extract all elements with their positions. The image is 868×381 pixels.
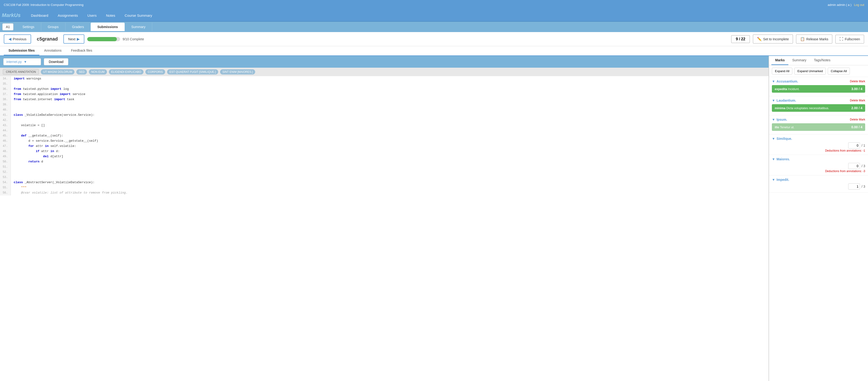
delete-mark-1[interactable]: Delete Mark: [850, 99, 865, 102]
subnav-groups[interactable]: Groups: [41, 23, 65, 31]
fullscreen-button[interactable]: ⛶ Fullscreen: [835, 35, 864, 43]
annotation-tag-0[interactable]: UT MAGNI DOLORUM: [41, 69, 74, 75]
nav-notes[interactable]: Notes: [101, 12, 120, 19]
delete-mark-2[interactable]: Delete Mark: [850, 118, 865, 121]
line-number: 51.: [0, 164, 11, 170]
mark-section-title-4[interactable]: ▼ Maiores.: [772, 157, 790, 161]
dropdown-arrow-icon: ▼: [24, 60, 27, 64]
expand-unmarked-button[interactable]: Expand Unmarked: [794, 68, 826, 75]
next-button[interactable]: Next ▶: [63, 34, 84, 43]
tab-annotations[interactable]: Annotations: [39, 46, 66, 55]
mark-input-row-4: / 3: [772, 163, 865, 169]
code-line: 38.from twisted.internet import task: [0, 97, 769, 102]
user-name-label: admin admin ( a ): [828, 3, 851, 7]
line-code: [11, 102, 19, 107]
annotation-tag-1[interactable]: SED: [76, 69, 87, 75]
file-selector[interactable]: internet.py ▼: [3, 58, 41, 65]
release-marks-button[interactable]: 📋 Release Marks: [796, 34, 832, 43]
code-line: 46. d = service.Service.__getstate__(sel…: [0, 138, 769, 144]
line-number: 38.: [0, 97, 11, 102]
line-number: 46.: [0, 138, 11, 144]
line-code: def __getstate__(self):: [11, 133, 66, 138]
nav-dashboard[interactable]: Dashboard: [26, 12, 53, 19]
line-code: volatile = []: [11, 123, 48, 128]
tab-feedback-files[interactable]: Feedback files: [66, 46, 97, 55]
line-number: 50.: [0, 159, 11, 164]
line-number: 49.: [0, 154, 11, 159]
expand-all-button[interactable]: Expand All: [772, 68, 793, 75]
annotation-tag-5[interactable]: EST QUAERAT FUGIT [SIMILIQUE.]: [167, 69, 218, 75]
line-code: [11, 128, 19, 133]
mark-item-score-1-0: 2.00 / 4: [851, 106, 862, 110]
code-area[interactable]: 34.import warnings35. 36.from twisted.py…: [0, 76, 769, 381]
triangle-icon-5: ▼: [772, 178, 775, 181]
mark-section-header-0: ▼ Accusantium. Delete Mark: [772, 80, 865, 83]
code-line: 55. """: [0, 185, 769, 190]
annotation-bar: CREATE ANNOTATION UT MAGNI DOLORUM SED N…: [0, 68, 769, 76]
mark-section-title-0[interactable]: ▼ Accusantium.: [772, 80, 798, 83]
mark-input-5[interactable]: [848, 183, 860, 189]
subnav-settings[interactable]: Settings: [16, 23, 41, 31]
annotation-tag-2[interactable]: NON EUM: [89, 69, 107, 75]
mark-section-title-2[interactable]: ▼ Ipsum.: [772, 118, 787, 121]
edit-icon: ✏️: [757, 37, 762, 41]
line-code: import warnings: [11, 76, 44, 81]
code-line: 40.: [0, 107, 769, 113]
right-tab-tags-notes[interactable]: Tags/Notes: [810, 56, 834, 65]
right-tab-marks[interactable]: Marks: [771, 56, 788, 65]
line-code: if attr in d:: [11, 149, 62, 154]
line-code: from twisted.application import service: [11, 92, 88, 97]
mark-input-4[interactable]: [848, 163, 860, 169]
nav-course-summary[interactable]: Course Summary: [120, 12, 157, 19]
line-number: 55.: [0, 185, 11, 190]
mark-section-title-1[interactable]: ▼ Laudantium.: [772, 98, 796, 102]
nav-users[interactable]: Users: [83, 12, 101, 19]
nav-assignments[interactable]: Assignments: [53, 12, 83, 19]
mark-bold-2-0: illo: [775, 125, 779, 129]
tab-submission-files[interactable]: Submission files: [4, 46, 39, 55]
mark-item-text-1-0: minima Dicta voluptates necessitatibus.: [775, 106, 829, 110]
mark-section-title-5[interactable]: ▼ Impedit.: [772, 178, 789, 181]
code-line: 56. @cvar volatile: list of attribute to…: [0, 190, 769, 196]
section-title-label-4: Maiores.: [777, 157, 790, 161]
annotation-tag-6[interactable]: SINT ENIM [MAIORES.]: [220, 69, 255, 75]
mark-input-3[interactable]: [848, 142, 860, 149]
mark-section-5: ▼ Impedit. / 3: [769, 175, 868, 193]
delete-mark-0[interactable]: Delete Mark: [850, 80, 865, 83]
code-line: 37.from twisted.application import servi…: [0, 92, 769, 97]
triangle-icon-0: ▼: [772, 80, 775, 83]
right-tab-summary[interactable]: Summary: [788, 56, 810, 65]
subnav-graders[interactable]: Graders: [65, 23, 91, 31]
mark-section-header-1: ▼ Laudantium. Delete Mark: [772, 98, 865, 102]
annotation-tag-4[interactable]: CORPORIS: [145, 69, 165, 75]
set-incomplete-button[interactable]: ✏️ Set to Incomplete: [753, 34, 793, 43]
previous-button[interactable]: ◀ Previous: [4, 34, 31, 43]
next-label: Next: [68, 37, 75, 41]
student-name: c5granad: [37, 36, 58, 42]
deductions-4: Deductions from annotations: -3: [772, 170, 865, 173]
progress-area: 9/10 Complete: [87, 37, 728, 41]
progress-text: 9/10 Complete: [123, 37, 144, 41]
collapse-all-button[interactable]: Collapse All: [828, 68, 850, 75]
subnav-submissions[interactable]: Submissions: [91, 23, 125, 31]
create-annotation-button[interactable]: CREATE ANNOTATION: [3, 69, 39, 75]
line-code: [11, 164, 19, 170]
mark-section-title-3[interactable]: ▼ Similique.: [772, 137, 792, 141]
line-code: from twisted.python import log: [11, 87, 72, 92]
logout-link[interactable]: Log out: [854, 3, 864, 7]
download-button[interactable]: Download: [44, 58, 68, 65]
mark-item-2-0: illo Tenetur ut. 0.00 / 4: [772, 123, 865, 131]
line-code: return d: [11, 159, 46, 164]
assignment-label[interactable]: A1: [2, 23, 13, 30]
code-line: 44.: [0, 128, 769, 133]
mark-section-header-4: ▼ Maiores.: [772, 157, 865, 161]
line-number: 44.: [0, 128, 11, 133]
subnav-summary[interactable]: Summary: [125, 23, 152, 31]
mark-total-3: / 1: [861, 144, 865, 147]
top-bar: CSC108 Fall 2009: Introduction to Comput…: [0, 0, 868, 9]
line-code: class _VolatileDataService(service.Servi…: [11, 113, 97, 118]
line-number: 43.: [0, 123, 11, 128]
mark-input-row-3: / 1: [772, 142, 865, 149]
annotation-tag-3[interactable]: ELIGENDI EXPLICABO: [109, 69, 144, 75]
mark-item-text-2-0: illo Tenetur ut.: [775, 125, 795, 129]
